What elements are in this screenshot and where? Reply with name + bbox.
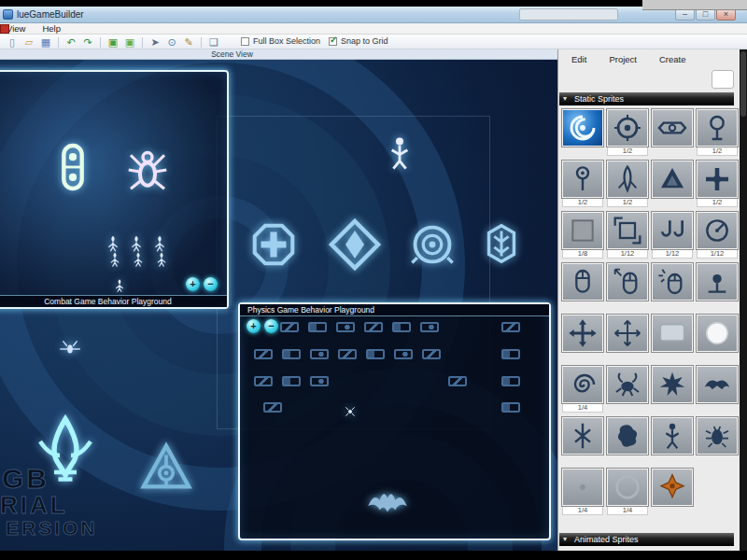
- target-rings-glyph[interactable]: [408, 220, 457, 269]
- imp-sprite[interactable]: [152, 250, 171, 269]
- sprite-thumbnail[interactable]: [562, 212, 603, 249]
- sprite-thumb-crab[interactable]: [607, 366, 648, 403]
- sprite-thumb-tiny-dot[interactable]: 1/4: [562, 469, 603, 515]
- physics-sprite-icon[interactable]: [254, 349, 273, 359]
- physics-sprite-icon[interactable]: [263, 402, 282, 413]
- sprite-thumb-blob[interactable]: [607, 417, 648, 455]
- physics-sprite-icon[interactable]: [310, 376, 329, 386]
- mini-bug-sprite[interactable]: [343, 404, 358, 419]
- physics-sprite-icon[interactable]: [366, 349, 385, 359]
- combat-playground-panel[interactable]: Combat Game Behavior Playground + −: [0, 70, 229, 309]
- sprite-thumb-mouse-drag[interactable]: [607, 263, 648, 301]
- scene-canvas[interactable]: Combat Game Behavior Playground + − Phys…: [0, 60, 557, 551]
- imp-sprite[interactable]: [106, 250, 124, 269]
- diamond-star-glyph[interactable]: [327, 217, 383, 273]
- sprite-thumbnail[interactable]: [697, 161, 738, 198]
- zoom-in-button[interactable]: +: [186, 277, 200, 291]
- sprite-thumb-move-arrows[interactable]: [562, 315, 603, 352]
- sprite-thumb-swirl[interactable]: [562, 109, 603, 147]
- sprite-thumb-spiky[interactable]: [652, 366, 693, 403]
- sprite-thumb-gray-square[interactable]: 1/8: [562, 212, 603, 259]
- shield-glyph[interactable]: [480, 222, 523, 265]
- physics-sprite-icon[interactable]: [254, 376, 273, 386]
- fleur-sprite[interactable]: [32, 416, 99, 483]
- sprite-thumb-move-arrows-outline[interactable]: [607, 315, 648, 352]
- physics-sprite-icon[interactable]: [392, 322, 411, 332]
- scrollbar-thumb[interactable]: [740, 51, 746, 117]
- sprite-thumbnail[interactable]: [607, 417, 648, 455]
- sprite-thumb-wide-dark[interactable]: [697, 366, 738, 403]
- sprite-thumbnail[interactable]: [697, 315, 738, 352]
- physics-sprite-icon[interactable]: [501, 322, 520, 332]
- physics-sprite-icon[interactable]: [308, 322, 327, 332]
- capsule-sprite[interactable]: [46, 140, 100, 194]
- sprite-thumbnail[interactable]: [652, 109, 693, 147]
- snap-to-grid-checkbox[interactable]: ✓ Snap to Grid: [329, 36, 388, 46]
- panel-scrollbar[interactable]: [740, 49, 747, 551]
- swarm-sprite[interactable]: [364, 477, 411, 524]
- sprite-thumbnail[interactable]: [562, 315, 603, 352]
- sprite-thumb-hex-capsule[interactable]: [652, 109, 693, 147]
- zoom-out-button[interactable]: −: [204, 277, 218, 291]
- sprite-thumbnail[interactable]: [652, 366, 693, 403]
- sprite-thumbnail[interactable]: [562, 366, 603, 403]
- spider-sprite[interactable]: [122, 145, 173, 195]
- sprite-thumbnail[interactable]: [562, 263, 603, 301]
- sprite-thumbnail[interactable]: [562, 161, 603, 198]
- physics-sprite-icon[interactable]: [282, 349, 301, 359]
- sprite-thumbnail[interactable]: [652, 212, 693, 249]
- zoom-in-button[interactable]: +: [247, 319, 261, 333]
- open-file-icon[interactable]: ▱: [21, 35, 36, 49]
- sprite-thumbnail[interactable]: [562, 469, 603, 506]
- sprite-thumb-dark-triangle[interactable]: [652, 161, 693, 198]
- physics-sprite-icon[interactable]: [501, 402, 520, 413]
- animated-sprites-header[interactable]: ▾ Animated Sprites: [559, 533, 734, 546]
- scene-view-tab[interactable]: Scene View: [0, 49, 557, 60]
- layers-tool-icon[interactable]: ❏: [206, 35, 221, 49]
- paint-tool-icon[interactable]: ✎: [181, 35, 196, 49]
- sprite-thumb-mouse[interactable]: [562, 263, 603, 301]
- sprite-thumbnail[interactable]: [697, 109, 738, 147]
- checkbox-box[interactable]: ✓: [329, 37, 337, 46]
- sprite-thumb-orange-ornament[interactable]: [652, 469, 693, 506]
- sprite-thumbnail[interactable]: [607, 161, 648, 198]
- sprite-thumbnail[interactable]: [607, 366, 648, 403]
- sprite-thumb-spiral[interactable]: 1/4: [562, 366, 603, 413]
- sprite-thumb-cross-orb[interactable]: 1/2: [697, 161, 738, 207]
- sprite-thumb-tall-imp[interactable]: [652, 417, 693, 455]
- add-image-icon[interactable]: ▣: [106, 35, 120, 49]
- sprite-thumbnail[interactable]: [607, 469, 648, 506]
- sprite-thumbnail[interactable]: [607, 315, 648, 352]
- sprite-thumbnail[interactable]: [607, 109, 648, 147]
- tall-imp-sprite[interactable]: [381, 134, 418, 172]
- physics-sprite-icon[interactable]: [394, 349, 413, 359]
- imp-sprite[interactable]: [129, 250, 148, 269]
- undo-icon[interactable]: ↶: [63, 35, 78, 49]
- sprite-thumbnail[interactable]: [652, 469, 693, 506]
- physics-sprite-icon[interactable]: [282, 376, 301, 386]
- sprite-thumbnail[interactable]: [652, 417, 693, 455]
- sprite-thumbnail[interactable]: [697, 417, 738, 455]
- sprite-thumb-beetle[interactable]: [697, 417, 738, 455]
- physics-sprite-icon[interactable]: [338, 349, 357, 359]
- sprite-thumb-dial[interactable]: 1/12: [697, 212, 738, 259]
- sprite-thumb-white-circle[interactable]: [697, 315, 738, 352]
- sprite-thumbnail[interactable]: [697, 263, 738, 301]
- sprite-thumbnail[interactable]: [697, 366, 738, 403]
- sprite-thumb-rune-glyph[interactable]: [562, 417, 603, 455]
- physics-sprite-icon[interactable]: [422, 349, 441, 359]
- sprite-thumb-bracket-panel[interactable]: 1/12: [607, 212, 648, 259]
- physics-sprite-icon[interactable]: [280, 322, 299, 332]
- sprite-thumb-joystick[interactable]: [697, 263, 738, 301]
- physics-sprite-icon[interactable]: [420, 322, 439, 332]
- sprite-thumbnail[interactable]: [562, 417, 603, 455]
- sprite-thumb-pin-orb[interactable]: 1/2: [562, 161, 603, 207]
- sprite-thumb-rocket[interactable]: 1/2: [607, 161, 648, 207]
- imp-sprite[interactable]: [111, 277, 128, 294]
- physics-sprite-icon[interactable]: [501, 376, 520, 386]
- sprite-thumb-double-j[interactable]: 1/12: [652, 212, 693, 259]
- pointer-tool-icon[interactable]: ➤: [148, 35, 162, 49]
- sprite-thumb-ring-outline[interactable]: 1/4: [607, 469, 648, 515]
- zoom-tool-icon[interactable]: ⊙: [164, 35, 179, 49]
- sprite-thumbnail[interactable]: [697, 212, 738, 249]
